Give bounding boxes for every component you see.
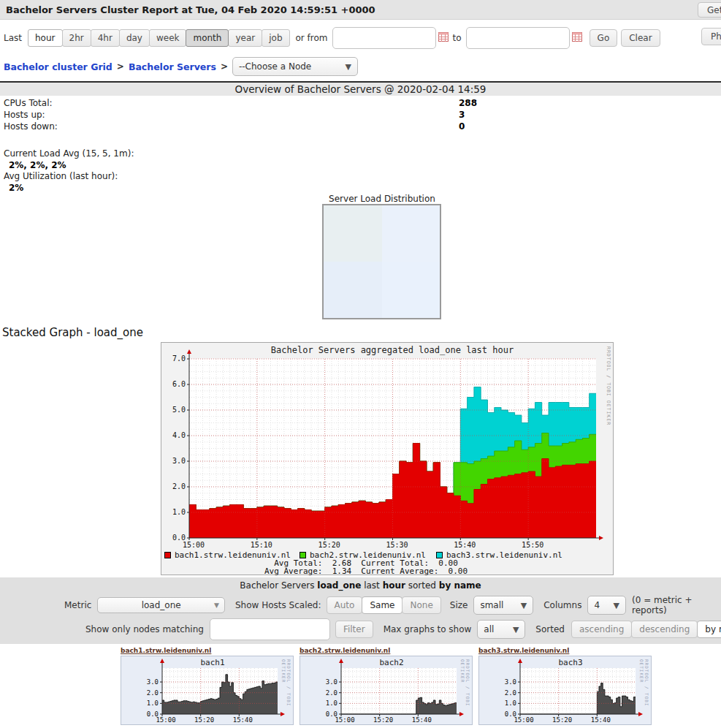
- size-label: Size: [450, 600, 468, 610]
- controls-summary: Bachelor Servers load_one last hour sort…: [0, 577, 721, 591]
- rrdtool-watermark: RRDTOOL / TOBI OETIKER: [281, 659, 291, 724]
- go-button[interactable]: Go: [590, 29, 618, 47]
- breadcrumb: Bachelor cluster Grid > Bachelor Servers…: [0, 56, 721, 77]
- chevron-down-icon: ▼: [345, 62, 351, 72]
- svg-text:2.0: 2.0: [147, 689, 159, 697]
- sorted-label: Sorted: [535, 624, 565, 634]
- stat-cpus-total: CPUs Total: 288: [0, 98, 721, 110]
- stat-value: 288: [459, 98, 477, 108]
- range-button-4hr[interactable]: 4hr: [91, 29, 120, 47]
- scaled-auto-button[interactable]: Auto: [327, 596, 363, 614]
- overview-title-bar: Overview of Bachelor Servers @ 2020-02-0…: [0, 81, 721, 96]
- svg-text:15:20: 15:20: [552, 716, 572, 724]
- to-date-input[interactable]: [466, 27, 570, 49]
- svg-text:15:20: 15:20: [318, 541, 340, 549]
- from-calendar-icon[interactable]: [438, 32, 449, 44]
- pie-chart-placeholder: [322, 204, 441, 319]
- header-bar: Bachelor Servers Cluster Report at Tue, …: [0, 0, 721, 20]
- range-button-year[interactable]: year: [228, 29, 262, 47]
- from-date-input[interactable]: [332, 27, 436, 49]
- choose-node-value: --Choose a Node: [239, 61, 311, 72]
- range-button-2hr[interactable]: 2hr: [62, 29, 91, 47]
- stat-hosts-up: Hosts up: 3: [0, 110, 721, 121]
- svg-text:15:00: 15:00: [183, 541, 205, 549]
- svg-text:7.0: 7.0: [172, 354, 186, 363]
- clear-button[interactable]: Clear: [621, 29, 660, 47]
- svg-text:5.0: 5.0: [172, 406, 186, 414]
- pie-quadrant: [324, 262, 382, 318]
- host-chart-svg: 0.01.02.03.015:0015:2015:40bach2: [300, 656, 473, 726]
- node-filter-input[interactable]: [210, 618, 330, 640]
- scaled-button-group: Auto Same None: [327, 596, 441, 614]
- page-title: Bachelor Servers Cluster Report at Tue, …: [6, 4, 375, 15]
- stat-utilization-value: 2%: [0, 183, 721, 194]
- host-link-bach3[interactable]: bach3.strw.leidenuniv.nl: [478, 647, 569, 654]
- host-graph-bach2[interactable]: 0.01.02.03.015:0015:2015:40bach2 RRDTOOL…: [300, 656, 473, 725]
- svg-text:15:00: 15:00: [156, 716, 175, 724]
- choose-node-select[interactable]: --Choose a Node ▼: [232, 57, 358, 76]
- host-link-bach1[interactable]: bach1.strw.leidenuniv.nl: [121, 647, 211, 654]
- pie-quadrant: [382, 205, 440, 262]
- svg-text:bach2: bach2: [379, 658, 403, 667]
- rrdtool-watermark: RRDTOOL / TOBI OETIKER: [460, 659, 470, 724]
- svg-text:2.0: 2.0: [505, 689, 516, 697]
- time-range-toolbar: Last hour 2hr 4hr day week month year jo…: [0, 20, 721, 56]
- scaled-label: Show Hosts Scaled:: [235, 600, 321, 610]
- range-button-day[interactable]: day: [119, 29, 150, 47]
- legend-swatch-red: [164, 552, 171, 558]
- rrdtool-watermark: RRDTOOL / TOBI OETIKER: [639, 659, 649, 724]
- chevron-down-icon: ▼: [521, 601, 527, 610]
- graph-avg-average: Avg Average: 1.34 Current Average: 0.00: [161, 566, 571, 576]
- svg-text:15:20: 15:20: [194, 716, 214, 724]
- svg-text:15:40: 15:40: [591, 716, 611, 724]
- stat-load-avg-label: Current Load Avg (15, 5, 1m):: [0, 148, 721, 160]
- stat-label: Hosts down:: [4, 121, 58, 132]
- range-button-week[interactable]: week: [149, 29, 187, 47]
- svg-text:bach1: bach1: [200, 658, 224, 667]
- legend-swatch-green: [300, 552, 306, 558]
- sort-descending-button[interactable]: descending: [631, 621, 698, 638]
- metric-select[interactable]: load_one ▼: [97, 597, 225, 613]
- scaled-same-button[interactable]: Same: [362, 596, 403, 614]
- to-calendar-icon[interactable]: [572, 32, 582, 44]
- physical-view-button[interactable]: Physical View: [701, 28, 721, 45]
- columns-label: Columns: [543, 600, 581, 610]
- host-link-bach2[interactable]: bach2.strw.leidenuniv.nl: [300, 647, 390, 654]
- metric-label: Metric: [64, 600, 91, 610]
- scaled-none-button[interactable]: None: [402, 596, 440, 614]
- svg-text:15:10: 15:10: [251, 541, 272, 549]
- range-button-month[interactable]: month: [186, 29, 229, 47]
- graph-controls-panel: Bachelor Servers load_one last hour sort…: [0, 577, 721, 644]
- or-from-label: or from: [296, 33, 328, 43]
- stacked-graph-image[interactable]: 0.01.02.03.04.05.06.07.015:0015:1015:201…: [161, 342, 614, 575]
- svg-text:1.0: 1.0: [505, 699, 516, 707]
- host-graph-bach3[interactable]: 0.01.02.03.015:0015:2015:40bach3 RRDTOOL…: [478, 656, 652, 725]
- breadcrumb-separator: >: [221, 61, 228, 72]
- size-select[interactable]: small ▼: [473, 596, 533, 615]
- range-button-job[interactable]: job: [262, 29, 289, 47]
- chevron-down-icon: ▼: [614, 601, 619, 610]
- legend-swatch-cyan: [436, 552, 443, 558]
- stat-value: 0: [459, 121, 465, 132]
- stacked-graph-heading: Stacked Graph - load_one: [2, 326, 143, 339]
- cluster-stats: CPUs Total: 288 Hosts up: 3 Hosts down: …: [0, 98, 721, 194]
- sort-button-group: ascending descending by name: [572, 621, 721, 638]
- breadcrumb-cluster-link[interactable]: Bachelor Servers: [129, 61, 216, 72]
- sort-by-name-button[interactable]: by name: [697, 621, 721, 638]
- breadcrumb-grid-link[interactable]: Bachelor cluster Grid: [4, 61, 112, 72]
- svg-text:15:30: 15:30: [386, 541, 408, 549]
- svg-text:15:00: 15:00: [335, 716, 354, 724]
- columns-note: (0 = metric + reports): [632, 595, 721, 615]
- filter-button[interactable]: Filter: [335, 621, 373, 638]
- sort-ascending-button[interactable]: ascending: [571, 621, 632, 638]
- columns-select[interactable]: 4 ▼: [587, 596, 626, 615]
- max-graphs-label: Max graphs to show: [384, 624, 472, 634]
- svg-text:15:40: 15:40: [454, 541, 476, 549]
- range-button-hour[interactable]: hour: [28, 29, 63, 47]
- filter-label: Show only nodes matching: [85, 624, 204, 634]
- svg-text:15:00: 15:00: [514, 716, 533, 724]
- host-graph-bach1[interactable]: 0.01.02.03.015:0015:2015:40bach1 RRDTOOL…: [121, 656, 294, 725]
- breadcrumb-separator: >: [117, 61, 124, 72]
- get-fresh-data-button[interactable]: Get Fresh Data: [698, 2, 721, 18]
- max-graphs-select[interactable]: all ▼: [477, 620, 525, 639]
